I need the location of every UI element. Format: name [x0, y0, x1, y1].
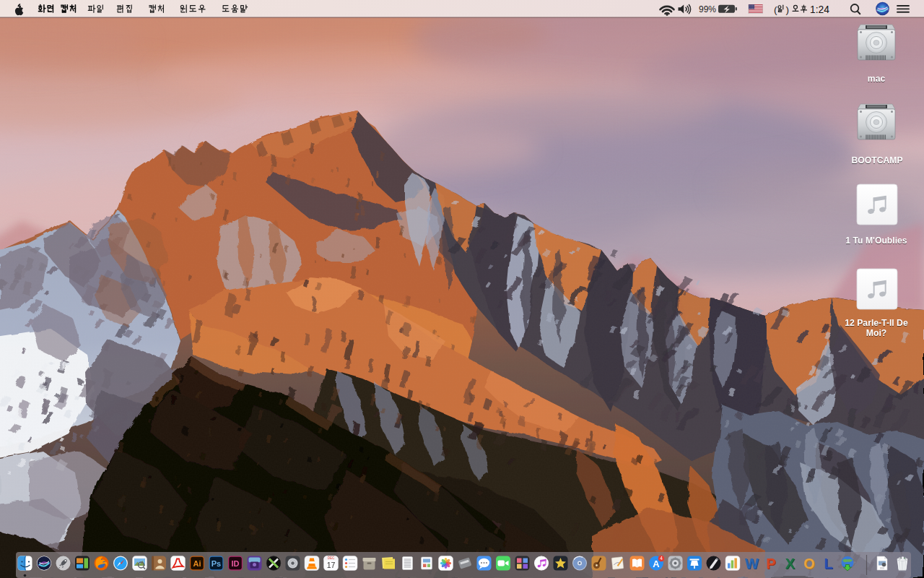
svg-text:4: 4	[660, 556, 663, 561]
svg-text:O: O	[803, 556, 815, 571]
svg-text:W: W	[745, 556, 759, 571]
svg-text:Ai: Ai	[193, 559, 201, 568]
svg-text:DEC: DEC	[328, 556, 335, 560]
svg-text:Ps: Ps	[212, 559, 221, 568]
svg-text:17: 17	[327, 561, 336, 569]
svg-text:X: X	[785, 556, 796, 571]
svg-text:ID: ID	[232, 559, 240, 568]
svg-text:L: L	[824, 556, 832, 571]
svg-text:P: P	[766, 556, 775, 571]
